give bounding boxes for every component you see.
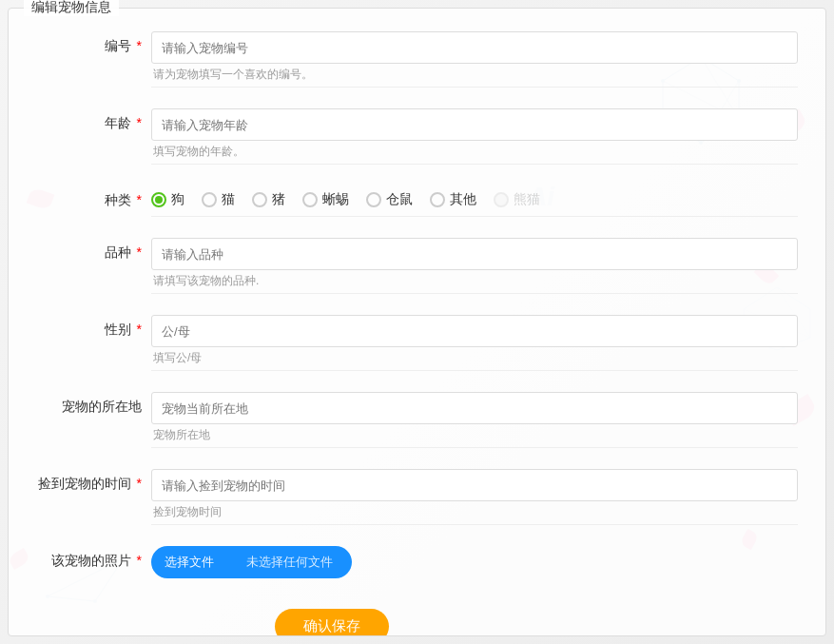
field-row-location: 宠物的所在地 宠物所在地 bbox=[28, 386, 806, 459]
label-breed: 品种 * bbox=[28, 238, 151, 262]
field-wrap-id: 请为宠物填写一个喜欢的编号。 bbox=[151, 31, 806, 93]
required-star-gender: * bbox=[137, 322, 142, 337]
input-location[interactable] bbox=[151, 392, 798, 424]
required-star-photo: * bbox=[137, 553, 142, 568]
divider-breed bbox=[151, 293, 798, 294]
field-wrap-gender: 填写公/母 bbox=[151, 315, 806, 377]
required-star-breed: * bbox=[137, 244, 142, 260]
hint-breed: 请填写该宠物的品种. bbox=[151, 273, 806, 289]
field-row-photo: 该宠物的照片 * 选择文件 未选择任何文件 bbox=[28, 540, 806, 584]
input-age[interactable] bbox=[151, 108, 798, 141]
field-wrap-age: 填写宠物的年龄。 bbox=[151, 108, 806, 170]
hint-id: 请为宠物填写一个喜欢的编号。 bbox=[151, 67, 806, 83]
divider-age bbox=[151, 164, 798, 165]
required-star-age: * bbox=[137, 115, 142, 130]
required-star-species: * bbox=[137, 192, 142, 207]
label-location: 宠物的所在地 bbox=[28, 392, 151, 416]
form-body: 编号 * 请为宠物填写一个喜欢的编号。 年龄 * 填写宠物的年龄。 bbox=[9, 9, 825, 635]
field-wrap-found-time: 捡到宠物时间 bbox=[151, 469, 806, 531]
field-row-id: 编号 * 请为宠物填写一个喜欢的编号。 bbox=[28, 26, 806, 99]
radio-circle-cat bbox=[202, 192, 217, 207]
required-star-found-time: * bbox=[137, 476, 142, 491]
field-row-breed: 品种 * 请填写该宠物的品种. bbox=[28, 232, 806, 305]
field-row-gender: 性别 * 填写公/母 bbox=[28, 309, 806, 382]
radio-circle-hamster bbox=[366, 192, 381, 207]
radio-hamster[interactable]: 仓鼠 bbox=[366, 191, 413, 208]
submit-row: 确认保存 bbox=[28, 594, 806, 635]
label-id: 编号 * bbox=[28, 31, 151, 55]
radio-circle-panda bbox=[494, 192, 509, 207]
label-gender: 性别 * bbox=[28, 315, 151, 339]
label-found-time: 捡到宠物的时间 * bbox=[28, 469, 151, 493]
radio-circle-lizard bbox=[302, 192, 318, 207]
hint-gender: 填写公/母 bbox=[151, 350, 806, 366]
divider-id bbox=[151, 87, 798, 88]
field-wrap-location: 宠物所在地 bbox=[151, 392, 806, 454]
field-row-age: 年龄 * 填写宠物的年龄。 bbox=[28, 103, 806, 176]
radio-circle-pig bbox=[252, 192, 267, 207]
field-wrap-photo: 选择文件 未选择任何文件 bbox=[151, 546, 806, 578]
label-age: 年龄 * bbox=[28, 108, 151, 132]
radio-dot-dog bbox=[155, 196, 163, 204]
radio-other[interactable]: 其他 bbox=[430, 191, 476, 208]
file-upload-button[interactable]: 选择文件 bbox=[151, 546, 227, 578]
divider-location bbox=[151, 447, 798, 448]
input-id[interactable] bbox=[151, 31, 798, 64]
radio-dog[interactable]: 狗 bbox=[151, 191, 184, 208]
divider-species bbox=[151, 216, 798, 217]
file-no-selection-text: 未选择任何文件 bbox=[227, 546, 352, 578]
species-radio-group: 狗 猫 猪 蜥蜴 bbox=[151, 185, 806, 208]
file-upload-row: 选择文件 未选择任何文件 bbox=[151, 546, 806, 578]
hint-location: 宠物所在地 bbox=[151, 427, 806, 443]
input-gender[interactable] bbox=[151, 315, 798, 347]
radio-circle-other bbox=[430, 192, 445, 207]
field-row-species: 种类 * 狗 猫 bbox=[28, 180, 806, 228]
input-found-time[interactable] bbox=[151, 469, 798, 501]
required-star-id: * bbox=[137, 38, 142, 53]
divider-found-time bbox=[151, 524, 798, 525]
radio-cat[interactable]: 猫 bbox=[202, 191, 235, 208]
field-row-found-time: 捡到宠物的时间 * 捡到宠物时间 bbox=[28, 463, 806, 537]
radio-circle-dog bbox=[151, 192, 166, 207]
submit-button[interactable]: 确认保存 bbox=[275, 609, 389, 635]
form-title: 编辑宠物信息 bbox=[24, 0, 119, 16]
label-photo: 该宠物的照片 * bbox=[28, 546, 151, 570]
input-breed[interactable] bbox=[151, 238, 798, 270]
field-wrap-breed: 请填写该宠物的品种. bbox=[151, 238, 806, 300]
radio-pig[interactable]: 猪 bbox=[252, 191, 285, 208]
label-species: 种类 * bbox=[28, 185, 151, 209]
hint-found-time: 捡到宠物时间 bbox=[151, 504, 806, 520]
radio-lizard[interactable]: 蜥蜴 bbox=[302, 191, 349, 208]
radio-panda[interactable]: 熊猫 bbox=[494, 191, 540, 208]
form-container: 编辑宠物信息 编号 * 请为宠物填写一个喜欢的编号。 年龄 * bbox=[8, 8, 826, 636]
hint-age: 填写宠物的年龄。 bbox=[151, 144, 806, 160]
field-wrap-species: 狗 猫 猪 蜥蜴 bbox=[151, 185, 806, 223]
divider-gender bbox=[151, 370, 798, 371]
